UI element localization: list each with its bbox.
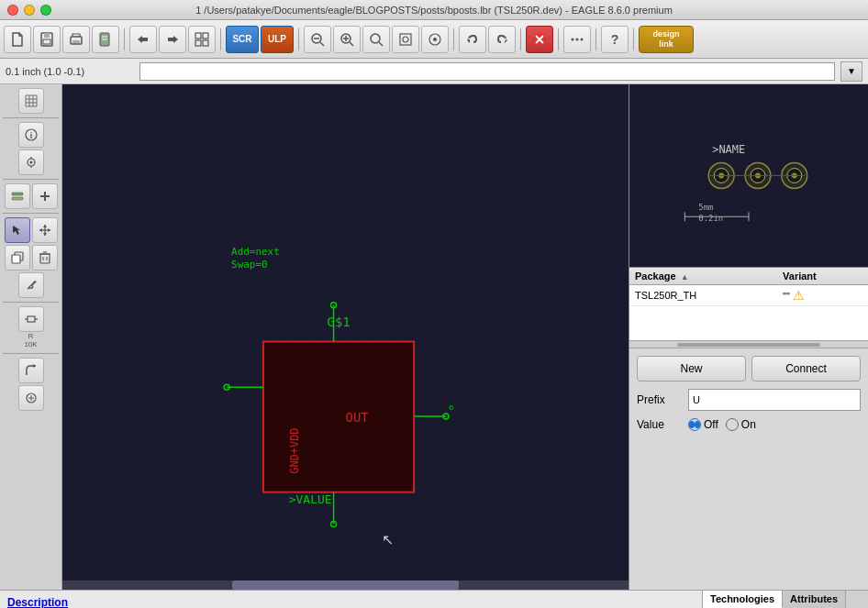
zoom-prev-button[interactable] <box>362 26 390 53</box>
grid-tool-button[interactable] <box>18 88 44 114</box>
radio-on-item[interactable]: On <box>726 418 756 431</box>
zoom-out-button[interactable] <box>304 26 331 53</box>
svg-marker-51 <box>43 225 47 227</box>
resistor-label: R10K <box>24 333 37 349</box>
info-tool-button[interactable]: i <box>18 122 44 148</box>
svg-point-30 <box>581 38 584 40</box>
close-button[interactable] <box>7 5 18 16</box>
svg-rect-21 <box>400 34 411 45</box>
svg-text:0.2in: 0.2in <box>698 214 723 223</box>
window-title: 1 /Users/patakye/Documents/eagle/BLOGPOS… <box>195 5 673 16</box>
resistor-tool-button[interactable] <box>18 306 44 332</box>
add-tool-button[interactable] <box>32 183 58 209</box>
titlebar: 1 /Users/patakye/Documents/eagle/BLOGPOS… <box>0 0 868 20</box>
prefix-row: Prefix <box>637 389 861 411</box>
lt-row-2 <box>5 217 58 243</box>
wrench-tool-button[interactable] <box>18 272 44 298</box>
route-tool-button[interactable] <box>18 358 44 383</box>
select-tool-button[interactable] <box>5 217 30 243</box>
toolbar-sep-5 <box>520 28 521 50</box>
technologies-tab[interactable]: Technologies <box>703 591 783 608</box>
layer-tool-button[interactable] <box>5 183 30 209</box>
right-panel: >NAME 5mm 0.2in <box>629 84 868 590</box>
more-button[interactable] <box>563 26 591 53</box>
variant-col-header: Variant <box>777 268 868 285</box>
schematic-canvas: Add=next Swap=0 G$1 GND+VDD OUT >VALUE <box>62 84 629 590</box>
grid-display-button[interactable] <box>188 26 216 53</box>
connect-button[interactable]: Connect <box>751 356 861 381</box>
help-button[interactable]: ? <box>601 26 629 53</box>
main-toolbar: SCR ULP ? designlink <box>0 20 868 59</box>
zoom-fit-button[interactable] <box>392 26 419 53</box>
coord-input[interactable] <box>139 62 835 81</box>
schematic-canvas-area[interactable]: Add=next Swap=0 G$1 GND+VDD OUT >VALUE <box>62 84 629 590</box>
tech-tabs: Technologies Attributes <box>703 591 868 608</box>
radio-off-item[interactable]: Off <box>688 418 718 431</box>
pin-tool-button[interactable] <box>18 385 44 411</box>
description-title[interactable]: Description <box>7 596 695 608</box>
coord-dropdown[interactable]: ▼ <box>840 61 862 82</box>
svg-text:5mm: 5mm <box>698 203 713 212</box>
help-book-button[interactable] <box>92 26 119 53</box>
table-scrollbar[interactable] <box>629 341 868 348</box>
svg-point-22 <box>403 37 408 42</box>
value-radio-group: Off On <box>688 418 756 431</box>
tech-panel: Technologies Attributes TSL250R <box>703 591 868 608</box>
table-scrollbar-thumb[interactable] <box>677 343 820 347</box>
h-scrollbar[interactable] <box>62 580 629 590</box>
scr-button[interactable]: SCR <box>226 26 259 53</box>
attributes-tab[interactable]: Attributes <box>783 591 846 608</box>
package-table-container: Package ▲ Variant TSL250R_TH "" ⚠ <box>629 268 868 341</box>
svg-point-28 <box>572 38 574 40</box>
svg-text:>VALUE: >VALUE <box>289 492 332 506</box>
copy-tool-button[interactable] <box>5 245 30 271</box>
svg-rect-4 <box>72 40 80 43</box>
minimize-button[interactable] <box>24 5 35 16</box>
svg-rect-56 <box>12 255 20 263</box>
undo-button[interactable] <box>459 26 486 53</box>
lt-sep-5 <box>3 353 58 354</box>
move-tool-button[interactable] <box>32 217 58 243</box>
radio-on-circle[interactable] <box>726 418 739 431</box>
new-file-button[interactable] <box>4 26 31 53</box>
svg-text:OUT: OUT <box>346 410 370 425</box>
svg-point-42 <box>29 161 32 164</box>
print-button[interactable] <box>62 26 90 53</box>
bottom-area: Description AMS TSL250R Light-to-Voltage… <box>0 590 868 608</box>
svg-rect-46 <box>12 197 23 200</box>
toolbar-sep-8 <box>633 28 634 50</box>
forward-button[interactable] <box>159 26 186 53</box>
value-label: Value <box>637 418 683 431</box>
table-row[interactable]: TSL250R_TH "" ⚠ <box>629 285 868 306</box>
lt-sep-1 <box>3 117 58 118</box>
svg-rect-1 <box>44 33 50 38</box>
redo-button[interactable] <box>488 26 516 53</box>
stop-button[interactable] <box>526 26 553 53</box>
ulp-button[interactable]: ULP <box>261 26 294 53</box>
pkg-col-header: Package ▲ <box>629 268 777 285</box>
resistor-tool-group: R10K <box>18 306 44 349</box>
save-file-button[interactable] <box>33 26 61 53</box>
lt-row-3 <box>5 245 58 271</box>
back-button[interactable] <box>129 26 157 53</box>
maximize-button[interactable] <box>40 5 51 16</box>
svg-rect-11 <box>203 40 208 46</box>
zoom-sel-button[interactable] <box>421 26 449 53</box>
h-scrollbar-thumb[interactable] <box>232 580 459 590</box>
svg-point-24 <box>433 38 437 41</box>
svg-point-19 <box>371 34 380 43</box>
radio-off-label: Off <box>704 418 718 431</box>
prefix-input[interactable] <box>688 389 861 411</box>
coord-bar: 0.1 inch (1.0 -0.1) ▼ <box>0 59 868 84</box>
svg-marker-53 <box>39 228 42 232</box>
svg-rect-8 <box>195 33 201 39</box>
radio-off-circle[interactable] <box>688 418 701 431</box>
variant-value: "" <box>783 291 790 302</box>
display-tool-button[interactable] <box>18 149 44 175</box>
new-button[interactable]: New <box>637 356 746 381</box>
delete-tool-button[interactable] <box>32 245 58 271</box>
toolbar-sep-4 <box>453 28 454 50</box>
svg-rect-2 <box>43 39 50 44</box>
zoom-in-button[interactable] <box>333 26 361 53</box>
designlink-button[interactable]: designlink <box>639 26 694 53</box>
